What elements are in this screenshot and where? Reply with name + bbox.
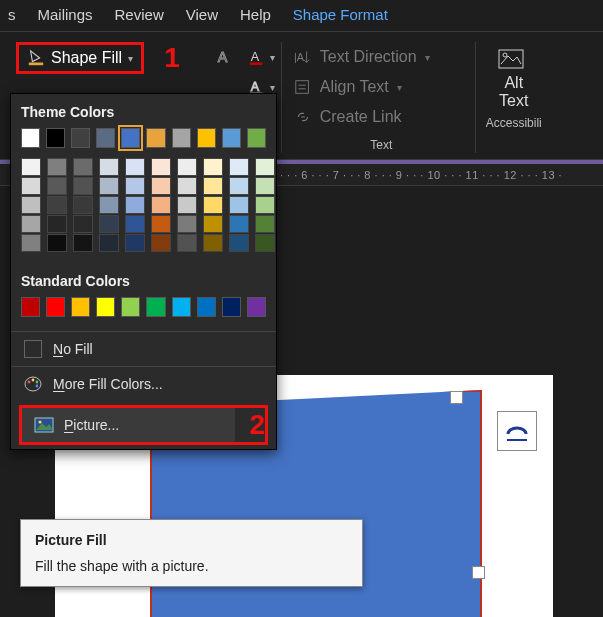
shade-color-swatch[interactable] [177,215,197,233]
svg-point-21 [38,420,41,423]
standard-color-swatch[interactable] [121,297,140,317]
shade-color-swatch[interactable] [21,234,41,252]
svg-rect-3 [250,62,263,65]
shade-color-swatch[interactable] [229,196,249,214]
shade-color-swatch[interactable] [203,158,223,176]
shade-color-swatch[interactable] [99,158,119,176]
shade-color-swatch[interactable] [151,177,171,195]
more-colors-label-rest: ore Fill Colors... [65,376,163,392]
shade-color-swatch[interactable] [255,196,275,214]
shade-color-swatch[interactable] [125,177,145,195]
standard-color-swatch[interactable] [247,297,266,317]
text-fill-button[interactable]: A ▾ [248,48,275,66]
annotation-marker-1: 1 [164,44,180,72]
shade-color-swatch[interactable] [73,158,93,176]
standard-color-swatch[interactable] [146,297,165,317]
resize-handle-right[interactable] [472,566,485,579]
shade-color-swatch[interactable] [151,215,171,233]
shade-color-swatch[interactable] [229,234,249,252]
theme-color-swatch[interactable] [222,128,241,148]
shade-color-swatch[interactable] [21,196,41,214]
shade-color-swatch[interactable] [255,215,275,233]
shade-color-swatch[interactable] [151,234,171,252]
theme-color-swatch[interactable] [172,128,191,148]
theme-color-swatch[interactable] [247,128,266,148]
shade-color-swatch[interactable] [203,234,223,252]
shade-color-swatch[interactable] [229,158,249,176]
more-fill-colors-menuitem[interactable]: More Fill Colors... [11,367,276,401]
shade-color-swatch[interactable] [151,196,171,214]
standard-colors-heading: Standard Colors [21,273,266,289]
resize-handle-top[interactable] [450,391,463,404]
picture-fill-menuitem[interactable]: Picture... [22,408,235,442]
shade-color-swatch[interactable] [73,177,93,195]
shade-color-swatch[interactable] [73,196,93,214]
text-effects-button[interactable]: A [216,48,234,66]
theme-color-swatch[interactable] [21,128,40,148]
standard-color-swatch[interactable] [71,297,90,317]
tab-shape-format[interactable]: Shape Format [293,6,388,23]
tab-review[interactable]: Review [115,6,164,23]
svg-point-16 [28,381,31,384]
theme-color-swatch[interactable] [96,128,115,148]
svg-point-19 [36,385,39,388]
align-text-button[interactable]: Align Text ▾ [294,72,469,102]
text-direction-button[interactable]: |A Text Direction ▾ [294,42,469,72]
shade-color-swatch[interactable] [73,234,93,252]
no-fill-accel: N [53,341,63,357]
shade-color-swatch[interactable] [203,196,223,214]
create-link-button[interactable]: Create Link [294,102,469,132]
theme-color-swatch[interactable] [121,128,140,148]
shade-color-swatch[interactable] [255,177,275,195]
shade-color-swatch[interactable] [21,177,41,195]
shade-color-swatch[interactable] [125,196,145,214]
shade-color-swatch[interactable] [47,215,67,233]
shade-color-swatch[interactable] [255,158,275,176]
shade-color-swatch[interactable] [47,158,67,176]
text-direction-icon: |A [294,48,312,66]
theme-color-swatch[interactable] [146,128,165,148]
shade-color-swatch[interactable] [203,215,223,233]
shade-color-swatch[interactable] [99,196,119,214]
shade-color-swatch[interactable] [99,234,119,252]
shade-color-swatch[interactable] [151,158,171,176]
shade-color-swatch[interactable] [203,177,223,195]
shade-color-swatch[interactable] [125,234,145,252]
theme-color-swatch[interactable] [197,128,216,148]
tab-help[interactable]: Help [240,6,271,23]
shade-color-swatch[interactable] [125,158,145,176]
standard-color-swatch[interactable] [21,297,40,317]
shade-color-swatch[interactable] [177,196,197,214]
standard-color-swatch[interactable] [46,297,65,317]
alt-text-button[interactable]: Alt Text [486,42,542,110]
shade-color-swatch[interactable] [177,234,197,252]
theme-color-swatch[interactable] [46,128,65,148]
standard-color-swatch[interactable] [172,297,191,317]
standard-color-swatch[interactable] [96,297,115,317]
shade-color-swatch[interactable] [99,177,119,195]
shade-color-swatch[interactable] [177,177,197,195]
tab-view[interactable]: View [186,6,218,23]
picture-accel: P [64,417,73,433]
shade-color-swatch[interactable] [47,234,67,252]
shade-color-swatch[interactable] [177,158,197,176]
shade-color-swatch[interactable] [255,234,275,252]
shade-color-swatch[interactable] [21,215,41,233]
shade-color-swatch[interactable] [73,215,93,233]
shade-color-swatch[interactable] [229,215,249,233]
theme-color-swatch[interactable] [71,128,90,148]
standard-color-swatch[interactable] [197,297,216,317]
shape-fill-label: Shape Fill [51,49,122,67]
shade-color-swatch[interactable] [125,215,145,233]
shade-color-swatch[interactable] [47,177,67,195]
shade-color-swatch[interactable] [99,215,119,233]
no-fill-menuitem[interactable]: No Fill [11,332,276,366]
standard-color-swatch[interactable] [222,297,241,317]
shade-color-swatch[interactable] [47,196,67,214]
layout-options-button[interactable] [497,411,537,451]
shade-color-swatch[interactable] [229,177,249,195]
tab-mailings[interactable]: Mailings [38,6,93,23]
shade-color-swatch[interactable] [21,158,41,176]
picture-icon [34,416,54,434]
shape-fill-button[interactable]: Shape Fill ▾ [16,42,144,74]
